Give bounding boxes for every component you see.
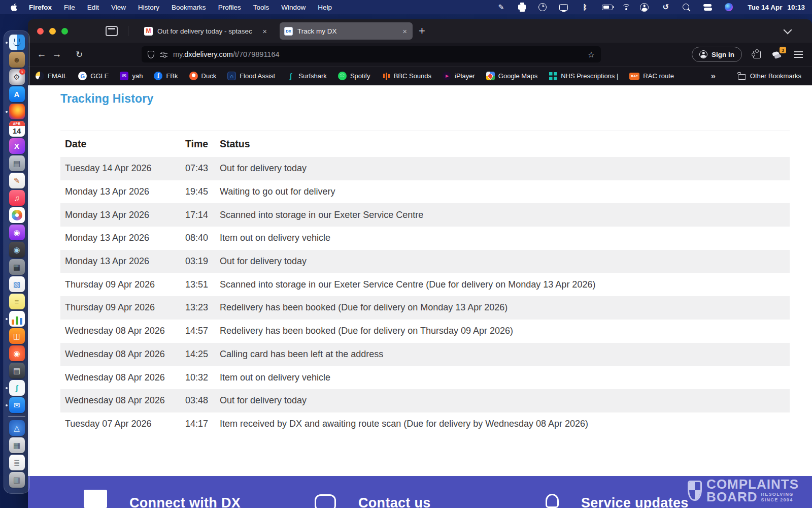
dock-item-surfshark[interactable]: ʃ <box>4 380 29 396</box>
minimize-window-button[interactable] <box>49 28 56 35</box>
zoom-window-button[interactable] <box>61 28 68 35</box>
app-icon-glyph: ▧ <box>13 280 20 288</box>
dock-item-image-capture[interactable]: ▤ <box>4 155 29 171</box>
bookmark-duck[interactable]: Duck <box>189 72 217 80</box>
bookmark-fbk[interactable]: FBk <box>154 72 178 80</box>
bookmark-surfshark[interactable]: Surfshark <box>286 72 327 80</box>
bookmark-star-icon[interactable] <box>588 50 595 59</box>
dock-item-system-settings[interactable]: ⚙ 1 <box>4 69 29 85</box>
dock-item-podcasts[interactable]: ◉ <box>4 225 29 240</box>
dock-item-trash[interactable]: ▥ <box>4 472 29 488</box>
running-indicator <box>6 42 8 44</box>
dock-item-music[interactable]: ♫ <box>4 190 29 206</box>
forward-button[interactable] <box>49 49 64 60</box>
dock-item-stickies[interactable]: ≡ <box>4 294 29 309</box>
battery-icon[interactable] <box>602 5 613 10</box>
dock-item-calculator[interactable]: ▦ <box>4 259 29 275</box>
printer-icon[interactable] <box>518 5 526 10</box>
display-icon[interactable] <box>559 4 568 11</box>
menu-item[interactable]: View <box>105 4 132 11</box>
extensions-puzzle-icon[interactable] <box>753 51 761 58</box>
close-tab-icon[interactable] <box>261 27 268 36</box>
menu-item[interactable]: Bookmarks <box>165 4 212 11</box>
close-window-button[interactable] <box>37 28 44 35</box>
dock-item-books[interactable]: ◫ <box>4 328 29 344</box>
footer-link-service-updates[interactable]: Service updates <box>546 490 689 508</box>
dock-item-printer[interactable]: ▦ <box>4 437 29 453</box>
dock-item-preview[interactable]: ▧ <box>4 276 29 292</box>
back-button[interactable] <box>34 49 49 60</box>
dock-item-scanner[interactable]: ▤ <box>4 363 29 378</box>
bookmark-ggle[interactable]: GGLE <box>78 72 109 80</box>
menu-item[interactable]: History <box>132 4 165 11</box>
tab-dx-tracking[interactable]: DX Track my DX <box>280 22 413 40</box>
tracking-protection-shield-icon[interactable] <box>148 51 154 58</box>
sign-in-button[interactable]: Sign in <box>692 47 742 62</box>
control-center-icon[interactable] <box>703 4 712 11</box>
dock-item-app-store[interactable]: A <box>4 86 29 102</box>
bookmark-iplayer[interactable]: iPlayer <box>443 72 475 80</box>
cell-status: Redelivery has been booked (Due for deli… <box>220 302 790 313</box>
url-text[interactable]: my.dxdelivery.com/t/7079891164 <box>173 50 582 58</box>
menu-item[interactable]: Profiles <box>212 4 247 11</box>
firefox-view-button[interactable] <box>106 26 128 36</box>
url-bar[interactable]: my.dxdelivery.com/t/7079891164 <box>142 46 601 62</box>
dock-item-mail[interactable]: ✉ <box>4 397 29 413</box>
menu-item[interactable]: File <box>58 4 81 11</box>
siri-icon[interactable] <box>725 3 733 11</box>
dock-item-finder[interactable] <box>4 35 29 50</box>
menu-item[interactable]: Help <box>312 4 338 11</box>
recent-items-icon[interactable] <box>661 3 670 12</box>
footer-link-connect[interactable]: Connect with DX <box>84 490 241 508</box>
menu-item[interactable]: Firefox <box>23 4 58 11</box>
close-tab-icon[interactable] <box>401 27 408 36</box>
shopping-extension-button[interactable]: 3 <box>772 49 783 59</box>
dock-item-numbers[interactable] <box>4 311 29 327</box>
footer-link-label: Connect with DX <box>129 490 241 508</box>
bookmark-yah[interactable]: yah <box>120 72 143 80</box>
bookmark-fmail[interactable]: FMAIL <box>36 72 67 80</box>
new-tab-button[interactable] <box>419 25 425 37</box>
bookmark-nhs-prescriptions[interactable]: NHS Prescriptions | <box>549 72 618 80</box>
list-all-tabs-icon[interactable] <box>784 26 792 35</box>
dock-item-contacts[interactable]: ☻ <box>4 52 29 68</box>
bookmark-bbc-sounds[interactable]: BBC Sounds <box>382 72 431 80</box>
cell-status: Scanned into storage in our Exeter Servi… <box>220 210 790 220</box>
other-bookmarks-button[interactable]: Other Bookmarks <box>738 72 801 80</box>
dock-item-document[interactable]: ≣ <box>4 455 29 470</box>
apple-menu-icon[interactable] <box>10 3 18 12</box>
menubar-clock[interactable]: Tue 14 Apr 10:13 <box>748 4 805 11</box>
dock-item-textedit[interactable]: ✎ <box>4 173 29 188</box>
menu-item[interactable]: Window <box>275 4 312 11</box>
reload-button[interactable] <box>72 49 87 60</box>
dock-item-firefox[interactable] <box>4 104 29 119</box>
app-icon-glyph: ▥ <box>13 476 20 484</box>
footer-link-contact[interactable]: Contact us <box>315 490 431 508</box>
dock-item-x-app[interactable]: X <box>4 138 29 154</box>
bookmark-flood-assist[interactable]: Flood Assist <box>227 72 275 80</box>
spotlight-icon[interactable] <box>683 4 689 10</box>
dock-item-photo-booth[interactable]: ◉ <box>4 242 29 258</box>
dock-divider[interactable] <box>4 415 29 419</box>
account-icon[interactable] <box>640 3 649 12</box>
app-icon-glyph: ▤ <box>13 367 20 374</box>
bookmark-spotify[interactable]: Spotify <box>338 72 370 80</box>
tab-gmail[interactable]: M Out for delivery today - sptasec <box>140 22 273 40</box>
clock-icon[interactable] <box>538 3 547 11</box>
pen-icon[interactable] <box>497 3 505 12</box>
dock-item-photos[interactable] <box>4 207 29 223</box>
menu-item[interactable]: Tools <box>247 4 276 11</box>
toolbar-right: Sign in 3 <box>692 47 806 62</box>
site-permissions-icon[interactable] <box>160 51 167 58</box>
dock-item-calendar[interactable]: APR 14 <box>4 121 29 137</box>
menu-item[interactable]: Edit <box>81 4 105 11</box>
bluetooth-icon[interactable] <box>581 3 589 12</box>
dock-item-duckduckgo[interactable]: ◉ <box>4 345 29 361</box>
bookmarks-overflow-chevron[interactable] <box>710 71 715 81</box>
menubar-date: Tue 14 Apr <box>748 4 782 11</box>
wifi-icon[interactable] <box>625 8 627 10</box>
bookmark-rac-route[interactable]: RAC RAC route <box>629 72 674 80</box>
dock-item-disk-image[interactable]: △ <box>4 420 29 436</box>
app-menu-hamburger-icon[interactable] <box>794 51 803 58</box>
bookmark-google-maps[interactable]: Google Maps <box>486 72 537 80</box>
